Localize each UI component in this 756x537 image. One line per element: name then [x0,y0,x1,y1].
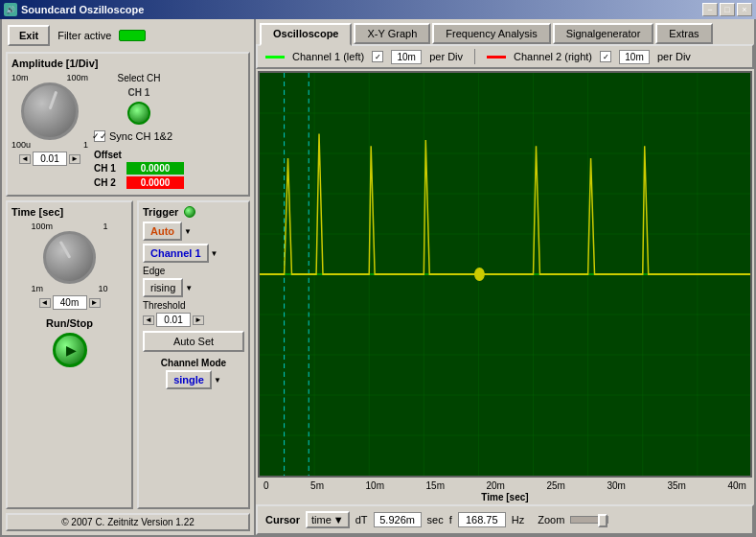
time-knob[interactable] [43,231,96,284]
time-label-100m: 100m [32,222,54,231]
amplitude-spin-down[interactable]: ◄ [19,154,31,164]
ch2-bar-label: Channel 2 (right) [514,51,592,62]
time-label-40m: 40m [727,480,745,491]
knob-bottom-labels: 100u 1 [11,140,88,150]
auto-set-button[interactable]: Auto Set [143,331,244,352]
right-panel: Oscilloscope X-Y Graph Frequency Analysi… [256,19,754,535]
time-axis-labels: 0 5m 10m 15m 20m 25m 30m 35m 40m [258,479,752,492]
ch1-color-line [265,56,285,58]
title-bar-left: 🔊 Soundcard Oszilloscope [4,3,144,16]
f-label: f [449,514,452,525]
close-button[interactable]: × [737,3,752,16]
time-label-0: 0 [263,480,269,491]
time-label-1: 1 [103,222,107,231]
top-controls: Exit Filter active [6,23,250,48]
time-label-10m: 10m [366,480,384,491]
trigger-led [184,206,195,218]
ch1-led[interactable] [127,102,150,125]
dt-label: dT [355,514,368,525]
amplitude-section: Amplitude [1/Div] 10m 100m 100u 1 [6,52,250,197]
ch1-checkbox[interactable]: ✓ [372,51,383,62]
scope-display [258,71,752,478]
title-bar: 🔊 Soundcard Oszilloscope − □ × [0,0,756,19]
trigger-channel-arrow: ▼ [211,249,218,258]
amplitude-value: 0.01 [33,152,67,166]
amplitude-spin-up[interactable]: ► [69,154,80,164]
ch1-per-div-unit: per Div [429,51,463,62]
time-label-20m: 20m [487,480,505,491]
tab-oscilloscope[interactable]: Oscilloscope [260,23,352,46]
channel-mode-dropdown[interactable]: single ▼ [143,370,244,389]
time-value: 40m [53,295,87,310]
zoom-slider-thumb[interactable] [598,514,607,527]
trigger-mode-button[interactable]: Auto [143,222,182,241]
time-knob-indicator [58,241,71,259]
select-ch-area: Select CH CH 1 [94,73,184,125]
copyright-text: © 2007 C. Zeitnitz Version 1.22 [61,517,195,527]
trigger-edge-dropdown[interactable]: rising ▼ [143,278,244,297]
amplitude-title: Amplitude [1/Div] [11,58,244,69]
app-icon: 🔊 [4,3,17,16]
offset-area: Offset CH 1 0.0000 CH 2 0.0000 [94,150,184,191]
filter-active-led [119,30,146,41]
amplitude-knob[interactable] [21,82,79,140]
trigger-mode-arrow: ▼ [184,227,192,236]
amplitude-value-box: ◄ 0.01 ► [19,152,80,166]
edge-label: Edge [143,266,244,276]
tab-xy-graph[interactable]: X-Y Graph [354,23,430,44]
sync-row: ✓ Sync CH 1&2 [94,130,184,142]
threshold-spin-up[interactable]: ► [193,315,204,325]
threshold-spin-down[interactable]: ◄ [143,315,154,325]
ch1-offset-row: CH 1 0.0000 [94,162,184,175]
trigger-mode-dropdown[interactable]: Auto ▼ [143,222,244,241]
bottom-bar: Cursor time ▼ dT 5.926m sec f 168.75 Hz … [256,504,754,535]
runstop-button[interactable]: ▶ [53,333,87,367]
ch1-offset-label: CH 1 [94,163,123,174]
channel-mode-arrow: ▼ [214,376,221,385]
ch2-checkbox[interactable]: ✓ [600,51,611,62]
zoom-slider[interactable] [570,516,608,524]
sync-checkbox[interactable]: ✓ [94,130,105,142]
tab-extras[interactable]: Extras [655,23,712,44]
channel-divider [474,49,475,64]
runstop-title: Run/Stop [46,317,93,329]
cursor-mode-dropdown[interactable]: time ▼ [306,511,350,528]
ch1-offset-value[interactable]: 0.0000 [126,162,184,175]
knob-indicator [49,91,58,110]
channel-mode-section: Channel Mode single ▼ [143,358,244,389]
maximize-button[interactable]: □ [720,3,735,16]
f-value: 168.75 [458,512,506,527]
select-ch-label: Select CH [117,73,160,83]
cursor-mode-arrow: ▼ [333,514,344,525]
trigger-channel-dropdown[interactable]: Channel 1 ▼ [143,244,244,263]
knob-label-100m: 100m [66,73,88,82]
time-spin-down[interactable]: ◄ [39,298,51,308]
f-unit: Hz [512,514,524,525]
time-label-15m: 15m [426,480,445,491]
trigger-header: Trigger [143,206,244,218]
channel-mode-button[interactable]: single [166,370,212,389]
window-controls: − □ × [702,3,752,16]
play-icon: ▶ [66,342,77,358]
time-top-labels: 100m 1 [32,222,108,231]
minimize-button[interactable]: − [702,3,718,16]
ch2-offset-value[interactable]: 0.0000 [126,176,184,189]
sync-label: Sync CH 1&2 [109,130,172,142]
time-axis-container: 0 5m 10m 15m 20m 25m 30m 35m 40m Time [s… [256,479,754,504]
tab-frequency-analysis[interactable]: Frequency Analysis [432,23,550,44]
trigger-channel-button[interactable]: Channel 1 [143,244,209,263]
time-spin-up[interactable]: ► [89,298,101,308]
time-title: Time [sec] [11,206,127,218]
filter-label: Filter active [57,30,111,41]
time-label-5m: 5m [310,480,324,491]
exit-button[interactable]: Exit [8,25,50,46]
trigger-section: Trigger Auto ▼ Channel 1 ▼ Edge rising [137,200,250,509]
tab-signalgenerator[interactable]: Signalgenerator [553,23,654,44]
time-label-30m: 30m [607,480,625,491]
trigger-edge-button[interactable]: rising [143,278,183,297]
left-panel: Exit Filter active Amplitude [1/Div] 10m… [2,19,256,535]
time-value-box: ◄ 40m ► [39,295,101,310]
time-label-25m: 25m [546,480,564,491]
knob-label-10m: 10m [11,73,29,82]
left-middle: Time [sec] 100m 1 1m 10 [6,200,250,509]
